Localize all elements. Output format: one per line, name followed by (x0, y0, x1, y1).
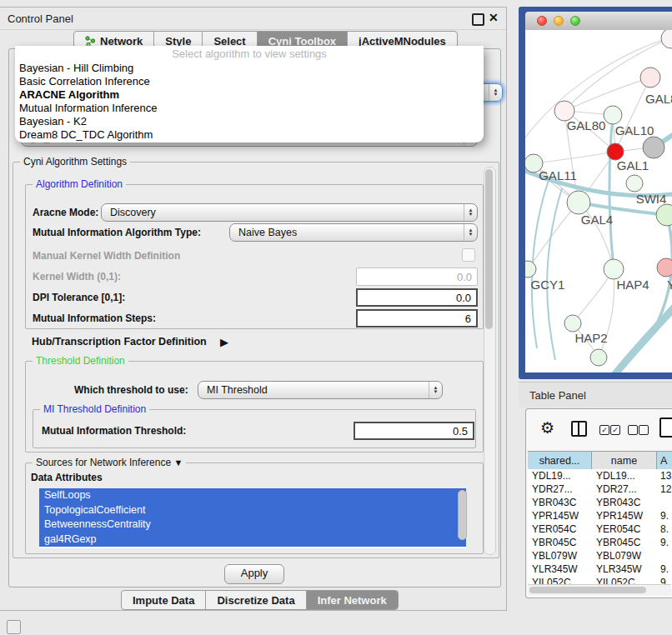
bottom-tabs: Impute Data Discretize Data Infer Networ… (121, 590, 399, 610)
data-attribute-item[interactable]: SelfLoops (39, 488, 466, 503)
kernel-width-label: Kernel Width (0,1): (33, 271, 121, 282)
manual-kernel-checkbox[interactable] (462, 248, 475, 262)
table-cell: YDL19... (592, 470, 657, 482)
network-edge[interactable] (564, 78, 650, 111)
table-row[interactable]: YDR27...YDR27...12 (528, 482, 672, 496)
table-scrollbar-thumb[interactable] (529, 587, 646, 593)
combo-arrows-icon: ▲▼ (429, 382, 442, 398)
network-node[interactable] (590, 349, 607, 366)
tab-discretize-data[interactable]: Discretize Data (206, 591, 306, 609)
select-all-checkbox-icon[interactable] (599, 425, 609, 435)
hub-definition-label: Hub/Transcription Factor Definition (32, 336, 207, 348)
zoom-window-icon[interactable] (570, 16, 580, 26)
column-header[interactable]: shared... (528, 452, 592, 470)
network-node-hap2[interactable] (564, 315, 581, 332)
table-row[interactable]: YER054CYER054C8. (528, 522, 672, 536)
table-cell: YBR043C (528, 497, 592, 508)
table-cell: YPR145W (592, 510, 657, 522)
mi-steps-field[interactable]: 6 (356, 309, 478, 328)
table-row[interactable]: YLR345WYLR345W9. (528, 562, 672, 576)
algorithm-option[interactable]: Basic Correlation Inference (15, 75, 484, 88)
settings-scrollbar-thumb[interactable] (485, 169, 493, 329)
hub-expander-icon[interactable] (220, 334, 228, 349)
table-cell: 9. (657, 563, 672, 575)
algorithm-option[interactable]: ARACNE Algorithm (15, 88, 484, 102)
network-window-titlebar[interactable] (525, 12, 672, 31)
settings-scrollbar[interactable] (484, 167, 496, 555)
table-row[interactable]: YBR043CYBR043C (528, 496, 672, 509)
network-edge[interactable] (534, 152, 615, 163)
mi-threshold-definition-group: MI Threshold Definition Mutual Informati… (33, 409, 476, 448)
network-node-y[interactable] (657, 258, 672, 277)
network-node-gal10[interactable] (604, 106, 622, 124)
network-node-label: Y (667, 278, 672, 292)
deselect-all-checkbox-icon[interactable] (628, 425, 638, 435)
kernel-width-field[interactable]: 0.0 (356, 268, 478, 286)
aracne-mode-value: Discovery (102, 204, 464, 221)
network-edge[interactable] (547, 188, 562, 360)
mi-algorithm-type-combobox[interactable]: Naive Bayes ▲▼ (229, 223, 478, 242)
columns-icon[interactable] (571, 421, 587, 437)
algorithm-option[interactable]: Dream8 DC_TDC Algorithm (15, 128, 484, 142)
float-window-icon[interactable] (472, 13, 484, 26)
table-row[interactable]: YBR045CYBR045C9. (528, 536, 672, 549)
network-node-hap4[interactable] (604, 259, 624, 279)
apply-button[interactable]: Apply (224, 564, 284, 584)
select-all-checkbox-icon[interactable] (610, 425, 620, 435)
network-node[interactable] (643, 137, 664, 158)
network-node-gcy1[interactable] (525, 261, 536, 278)
network-canvas[interactable]: GAL8GAL80GAL10GAL1GAL11SWI4GAL4GCY1HAP4Y… (525, 30, 672, 372)
data-attribute-item[interactable]: gal4RGexp (39, 532, 466, 548)
dpi-tolerance-field[interactable]: 0.0 (356, 288, 478, 307)
sources-expander-icon[interactable] (173, 457, 183, 468)
settings-group-title: Cyni Algorithm Settings (20, 156, 130, 168)
algorithm-option[interactable]: Mutual Information Inference (15, 102, 484, 115)
combo-arrows-icon: ▲▼ (464, 204, 477, 221)
close-panel-icon[interactable] (489, 11, 499, 24)
table-row[interactable]: YDL19...YDL19...13 (528, 469, 672, 482)
network-view-window[interactable]: GAL8GAL80GAL10GAL1GAL11SWI4GAL4GCY1HAP4Y… (519, 7, 672, 379)
minimize-window-icon[interactable] (554, 16, 564, 26)
network-node[interactable] (661, 30, 672, 48)
combo-arrows-icon: ▲▼ (489, 84, 502, 101)
network-node-label: HAP2 (574, 331, 607, 345)
deselect-all-checkbox-icon[interactable] (639, 425, 649, 435)
table-horizontal-scrollbar[interactable] (528, 584, 671, 595)
threshold-definition-title: Threshold Definition (33, 355, 128, 367)
algorithm-option[interactable]: Bayesian - K2 (15, 115, 484, 128)
aracne-mode-combobox[interactable]: Discovery ▲▼ (101, 203, 478, 222)
network-node-gal4[interactable] (567, 191, 590, 214)
algorithm-option[interactable]: Bayesian - Hill Climbing (15, 62, 484, 75)
gear-icon[interactable] (540, 418, 554, 438)
threshold-definition-group: Threshold Definition Which threshold to … (25, 361, 484, 452)
network-node-swi4[interactable] (626, 175, 643, 192)
table-cell: YPR145W (528, 510, 592, 522)
attributes-list-scrollbar-thumb[interactable] (458, 490, 467, 540)
table-cell: YBR045C (528, 537, 592, 548)
tab-infer-network[interactable]: Infer Network (307, 591, 398, 609)
column-header[interactable]: name (592, 452, 657, 470)
export-table-icon[interactable] (659, 418, 672, 438)
which-threshold-combobox[interactable]: MI Threshold ▲▼ (198, 381, 443, 399)
close-window-icon[interactable] (537, 16, 547, 26)
table-panel-title: Table Panel (529, 389, 586, 402)
network-node-gal1[interactable] (607, 143, 624, 160)
combo-arrows-icon: ▲▼ (464, 224, 477, 241)
column-header[interactable]: A (657, 452, 672, 470)
tab-impute-data[interactable]: Impute Data (122, 591, 206, 609)
algorithm-list: Bayesian - Hill ClimbingBasic Correlatio… (15, 62, 484, 142)
mi-algorithm-type-label: Mutual Information Algorithm Type: (33, 227, 201, 238)
data-attribute-item[interactable]: TopologicalCoefficient (39, 503, 466, 518)
data-attribute-item[interactable]: BetweennessCentrality (39, 518, 466, 532)
sources-group: Sources for Network Inference Data Attri… (25, 462, 484, 554)
collapsed-panel-icon[interactable] (7, 620, 21, 634)
table-row[interactable]: YPR145WYPR145W9. (528, 509, 672, 522)
control-panel-titlebar: Control Panel (0, 8, 506, 30)
network-node-gal8[interactable] (640, 68, 660, 88)
table-row[interactable]: YBL079WYBL079W (528, 549, 672, 562)
network-node[interactable] (656, 204, 672, 226)
table-cell: 9. (657, 510, 672, 522)
mi-threshold-field[interactable]: 0.5 (354, 422, 474, 440)
network-node-label: GAL11 (539, 168, 577, 182)
data-attributes-list[interactable]: SelfLoopsTopologicalCoefficientBetweenne… (39, 488, 466, 548)
